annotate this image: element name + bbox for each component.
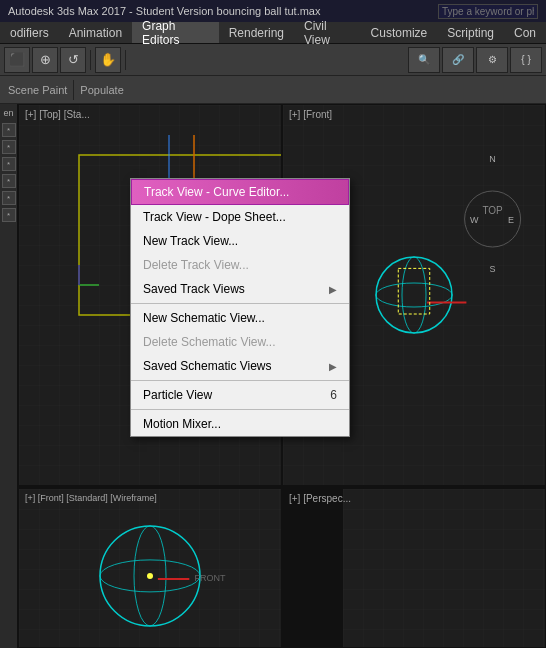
toolbar-btn-right-2[interactable]: 🔗	[442, 47, 474, 73]
svg-text:N: N	[489, 154, 496, 164]
menu-track-view-curve-editor[interactable]: Track View - Curve Editor...	[131, 179, 349, 205]
separator-2	[125, 50, 126, 70]
saved-track-views-arrow: ▶	[329, 284, 337, 295]
viewport-bottom-right-svg	[283, 489, 545, 647]
scene-paint-label: Scene Paint	[8, 84, 67, 96]
menu-particle-view-label: Particle View	[143, 388, 212, 402]
left-btn-3[interactable]: *	[2, 157, 16, 171]
toolbar-btn-right-3[interactable]: ⚙	[476, 47, 508, 73]
menu-track-view-dope-sheet-label: Track View - Dope Sheet...	[143, 210, 286, 224]
separator-1	[90, 50, 91, 70]
menu-bar: odifiers Animation Graph Editors Renderi…	[0, 22, 546, 44]
svg-text:TOP: TOP	[482, 205, 503, 216]
menu-item-rendering[interactable]: Rendering	[219, 22, 294, 43]
left-btn-1[interactable]: *	[2, 123, 16, 137]
menu-item-modifiers[interactable]: odifiers	[0, 22, 59, 43]
menu-saved-schematic-views-label: Saved Schematic Views	[143, 359, 272, 373]
viewport-top-left-label: [+] [Top] [Sta...	[25, 109, 90, 120]
menu-new-schematic-view-label: New Schematic View...	[143, 311, 265, 325]
separator-3	[73, 80, 74, 100]
menu-item-scripting[interactable]: Scripting	[437, 22, 504, 43]
menu-track-view-curve-editor-label: Track View - Curve Editor...	[144, 185, 289, 199]
menu-saved-schematic-views[interactable]: Saved Schematic Views ▶	[131, 354, 349, 378]
svg-rect-26	[19, 489, 281, 647]
main-area: en * * * * * * [+] [Top] [Sta...	[0, 104, 546, 648]
left-btn-5[interactable]: *	[2, 191, 16, 205]
toolbar-btn-2[interactable]: ⊕	[32, 47, 58, 73]
menu-delete-schematic-view-label: Delete Schematic View...	[143, 335, 276, 349]
menu-new-schematic-view[interactable]: New Schematic View...	[131, 306, 349, 330]
menu-item-civil-view[interactable]: Civil View	[294, 22, 361, 43]
menu-saved-track-views[interactable]: Saved Track Views ▶	[131, 277, 349, 301]
menu-motion-mixer-label: Motion Mixer...	[143, 417, 221, 431]
saved-schematic-views-arrow: ▶	[329, 361, 337, 372]
svg-point-32	[147, 573, 153, 579]
menu-particle-view[interactable]: Particle View 6	[131, 383, 349, 407]
toolbar-btn-3[interactable]: ↺	[60, 47, 86, 73]
populate-label: Populate	[80, 84, 123, 96]
left-panel-indicator: en	[3, 108, 13, 118]
left-panel: en * * * * * *	[0, 104, 18, 648]
svg-text:E: E	[508, 215, 514, 225]
menu-item-animation[interactable]: Animation	[59, 22, 132, 43]
menu-item-graph-editors[interactable]: Graph Editors	[132, 22, 219, 43]
svg-text:S: S	[490, 264, 496, 274]
menu-saved-track-views-label: Saved Track Views	[143, 282, 245, 296]
title-bar: Autodesk 3ds Max 2017 - Student Version …	[0, 0, 546, 22]
particle-view-number: 6	[330, 388, 337, 402]
menu-motion-mixer[interactable]: Motion Mixer...	[131, 412, 349, 436]
left-btn-2[interactable]: *	[2, 140, 16, 154]
dropdown-menu: Track View - Curve Editor... Track View …	[130, 178, 350, 437]
toolbar-btn-right-1[interactable]: 🔍	[408, 47, 440, 73]
viewport-bottom-left[interactable]: [+] [Front] [Standard] [Wireframe]	[18, 488, 282, 648]
menu-delete-track-view: Delete Track View...	[131, 253, 349, 277]
viewport-bottom-left-label: [+] [Front] [Standard] [Wireframe]	[25, 493, 157, 503]
menu-new-track-view[interactable]: New Track View...	[131, 229, 349, 253]
separator-2	[131, 380, 349, 381]
left-btn-4[interactable]: *	[2, 174, 16, 188]
title-text: Autodesk 3ds Max 2017 - Student Version …	[8, 5, 320, 17]
left-btn-6[interactable]: *	[2, 208, 16, 222]
viewport-top-right-label: [+] [Front]	[289, 109, 332, 120]
svg-text:FRONT: FRONT	[195, 573, 226, 583]
menu-track-view-dope-sheet[interactable]: Track View - Dope Sheet...	[131, 205, 349, 229]
svg-rect-36	[283, 489, 343, 647]
viewport-bottom-left-svg: FRONT	[19, 489, 281, 647]
separator-3	[131, 409, 349, 410]
menu-item-customize[interactable]: Customize	[361, 22, 438, 43]
menu-item-con[interactable]: Con	[504, 22, 546, 43]
svg-text:W: W	[470, 215, 479, 225]
toolbar-btn-1[interactable]: ⬛	[4, 47, 30, 73]
toolbar-btn-4[interactable]: ✋	[95, 47, 121, 73]
menu-delete-track-view-label: Delete Track View...	[143, 258, 249, 272]
bottom-viewport-row: [+] [Front] [Standard] [Wireframe]	[0, 488, 546, 648]
viewport-bottom-right-label: [+] [Perspec...	[289, 493, 351, 504]
main-toolbar: ⬛ ⊕ ↺ ✋ 🔍 🔗 ⚙ { }	[0, 44, 546, 76]
menu-new-track-view-label: New Track View...	[143, 234, 238, 248]
separator-1	[131, 303, 349, 304]
secondary-toolbar: Scene Paint Populate	[0, 76, 546, 104]
search-input[interactable]	[438, 4, 538, 19]
viewport-bottom-right[interactable]: [+] [Perspec...	[282, 488, 546, 648]
menu-delete-schematic-view: Delete Schematic View...	[131, 330, 349, 354]
toolbar-btn-right-4[interactable]: { }	[510, 47, 542, 73]
